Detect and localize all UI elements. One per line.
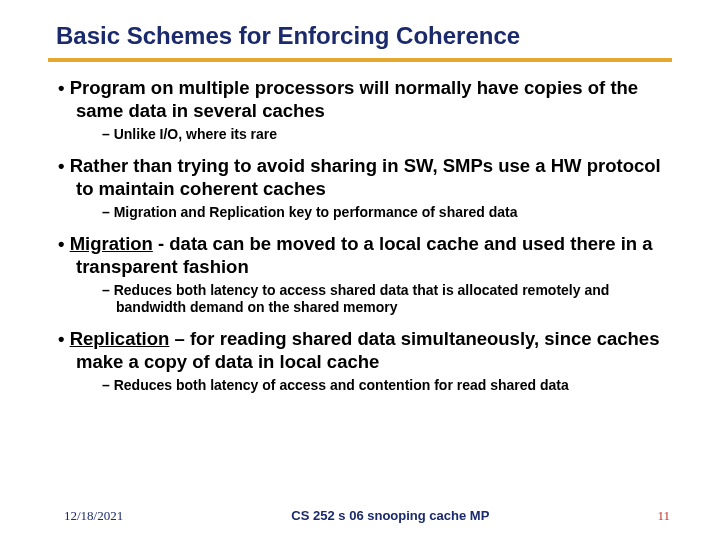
slide: Basic Schemes for Enforcing Coherence Pr…	[0, 0, 720, 540]
bullet-level-2: Reduces both latency to access shared da…	[58, 282, 672, 317]
footer-page-number: 11	[657, 508, 670, 524]
bullet-level-1: Replication – for reading shared data si…	[58, 327, 672, 373]
bullet-level-2: Migration and Replication key to perform…	[58, 204, 672, 222]
slide-title: Basic Schemes for Enforcing Coherence	[48, 22, 672, 58]
footer-date: 12/18/2021	[64, 508, 123, 524]
bullet-level-1: Rather than trying to avoid sharing in S…	[58, 154, 672, 200]
bullet-level-2: Reduces both latency of access and conte…	[58, 377, 672, 395]
bullet-level-2: Unlike I/O, where its rare	[58, 126, 672, 144]
bullet-level-1: Migration - data can be moved to a local…	[58, 232, 672, 278]
slide-body: Program on multiple processors will norm…	[48, 76, 672, 395]
bullet-level-1: Program on multiple processors will norm…	[58, 76, 672, 122]
slide-footer: 12/18/2021 CS 252 s 06 snooping cache MP…	[0, 508, 720, 524]
footer-course: CS 252 s 06 snooping cache MP	[291, 508, 489, 523]
title-rule	[48, 58, 672, 62]
